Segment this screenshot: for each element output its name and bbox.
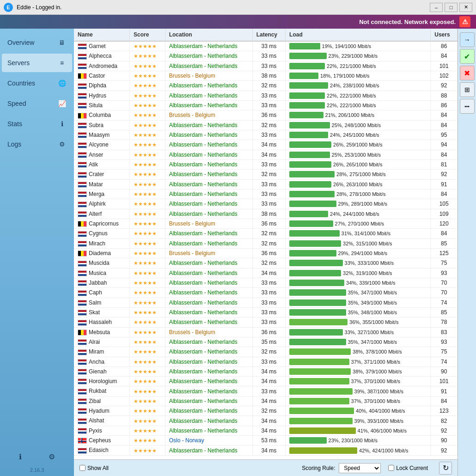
table-row[interactable]: Alrai★★★★★Alblasserdam - Netherlands35 m… (74, 337, 458, 347)
server-name: Castor (89, 73, 105, 79)
table-row[interactable]: Zibal★★★★★Alblasserdam - Netherlands34 m… (74, 396, 458, 406)
table-row[interactable]: Caph★★★★★Alblasserdam - Netherlands33 ms… (74, 288, 458, 298)
server-name: Diphda (89, 82, 106, 89)
table-row[interactable]: Rukbat★★★★★Alblasserdam - Netherlands33 … (74, 386, 458, 396)
close-button[interactable]: ✕ (459, 3, 472, 12)
table-row[interactable]: Maasym★★★★★Alblasserdam - Netherlands33 … (74, 130, 458, 140)
col-header-name[interactable]: Name (74, 29, 129, 41)
table-row[interactable]: Ancha★★★★★Alblasserdam - Netherlands33 m… (74, 357, 458, 366)
sidebar-item-logs[interactable]: Logs ⚙ (2, 135, 72, 153)
sidebar-label-servers: Servers (7, 59, 30, 67)
col-header-location[interactable]: Location (165, 29, 252, 41)
table-row[interactable]: Situla★★★★★Alblasserdam - Netherlands33 … (74, 100, 458, 110)
table-row[interactable]: Pyxis★★★★★Alblasserdam - Netherlands34 m… (74, 426, 458, 435)
users-cell: 92 (431, 445, 458, 455)
table-row[interactable]: Castor★★★★★Brussels - Belgium38 ms 18%, … (74, 71, 458, 80)
load-cell: 27%, 270/1000 Mbit/s (286, 219, 431, 228)
window-button[interactable]: ⊞ (460, 82, 475, 97)
app-title: Eddie - Logged in. (17, 4, 430, 11)
table-row[interactable]: Hyadum★★★★★Alblasserdam - Netherlands32 … (74, 406, 458, 416)
server-name: Garnet (89, 43, 106, 49)
score-cell: ★★★★★ (129, 71, 165, 80)
table-row[interactable]: Alcyone★★★★★Alblasserdam - Netherlands34… (74, 140, 458, 150)
settings-bottom-icon[interactable]: ⚙ (49, 452, 55, 461)
sidebar-item-speed[interactable]: Speed 📈 (2, 94, 72, 113)
table-row[interactable]: Miram★★★★★Alblasserdam - Netherlands32 m… (74, 347, 458, 357)
table-scroll[interactable]: Name Score Location Latency Load Users G… (74, 29, 458, 459)
refresh-button[interactable]: ↻ (439, 462, 452, 475)
latency-cell: 36 ms (252, 219, 285, 228)
star-rating: ★★★★★ (134, 132, 157, 138)
score-cell: ★★★★★ (129, 436, 165, 445)
col-header-load[interactable]: Load (286, 29, 431, 41)
flag-icon (78, 418, 87, 424)
table-row[interactable]: Alterf★★★★★Alblasserdam - Netherlands38 … (74, 209, 458, 219)
sidebar-label-logs: Logs (7, 140, 21, 148)
table-row[interactable]: Atik★★★★★Alblasserdam - Netherlands33 ms… (74, 159, 458, 169)
table-row[interactable]: Alshat★★★★★Alblasserdam - Netherlands34 … (74, 416, 458, 426)
score-cell: ★★★★★ (129, 100, 165, 110)
table-row[interactable]: Cygnus★★★★★Alblasserdam - Netherlands32 … (74, 229, 458, 238)
lock-current-checkbox[interactable] (388, 465, 394, 471)
col-header-score[interactable]: Score (129, 29, 165, 41)
table-row[interactable]: Skat★★★★★Alblasserdam - Netherlands33 ms… (74, 307, 458, 317)
table-row[interactable]: Crater★★★★★Alblasserdam - Netherlands32 … (74, 170, 458, 179)
table-row[interactable]: Matar★★★★★Alblasserdam - Netherlands33 m… (74, 179, 458, 189)
show-all-checkbox[interactable] (79, 465, 85, 471)
flag-icon (78, 113, 87, 119)
table-row[interactable]: Hassaleh★★★★★Alblasserdam - Netherlands3… (74, 317, 458, 327)
table-row[interactable]: Edasich★★★★★Alblasserdam - Netherlands34… (74, 445, 458, 455)
confirm-button[interactable]: ✔ (460, 49, 475, 64)
load-cell: 35%, 347/1000 Mbit/s (286, 337, 431, 347)
table-row[interactable]: Mirach★★★★★Alblasserdam - Netherlands32 … (74, 238, 458, 248)
load-bar (289, 299, 346, 306)
col-header-users[interactable]: Users (431, 29, 458, 41)
flag-icon (78, 132, 87, 138)
lock-current-label[interactable]: Lock Current (388, 465, 428, 471)
scoring-rule-select[interactable]: Speed Latency Load Users (339, 463, 381, 473)
load-bar-wrap: 24%, 244/1000 Mbit/s (289, 211, 427, 217)
load-bar (289, 122, 330, 128)
sidebar-item-overview[interactable]: Overview 🖥 (2, 33, 72, 52)
restore-button[interactable]: □ (445, 3, 458, 12)
table-row[interactable]: Horologium★★★★★Alblasserdam - Netherland… (74, 377, 458, 386)
table-row[interactable]: Garnet★★★★★Alblasserdam - Netherlands33 … (74, 41, 458, 51)
load-text: 39%, 393/1000 Mbit/s (354, 418, 403, 424)
table-row[interactable]: Gienah★★★★★Alblasserdam - Netherlands34 … (74, 366, 458, 376)
table-row[interactable]: Columba★★★★★Brussels - Belgium36 ms 21%,… (74, 110, 458, 120)
table-row[interactable]: Anser★★★★★Alblasserdam - Netherlands34 m… (74, 150, 458, 159)
minimize-button[interactable]: – (430, 3, 443, 12)
table-row[interactable]: Andromeda★★★★★Alblasserdam - Netherlands… (74, 61, 458, 71)
table-row[interactable]: Hydrus★★★★★Alblasserdam - Netherlands33 … (74, 91, 458, 100)
table-row[interactable]: Subra★★★★★Alblasserdam - Netherlands32 m… (74, 120, 458, 130)
table-row[interactable]: Diadema★★★★★Brussels - Belgium36 ms 29%,… (74, 248, 458, 258)
users-cell: 102 (431, 71, 458, 80)
sidebar-item-countries[interactable]: Countries 🌐 (2, 74, 72, 92)
connect-button[interactable]: → (460, 32, 475, 47)
more-button[interactable]: ••• (460, 99, 475, 114)
server-name-cell: Crater (74, 170, 129, 179)
users-cell: 92 (431, 170, 458, 179)
table-row[interactable]: Salm★★★★★Alblasserdam - Netherlands33 ms… (74, 298, 458, 307)
table-row[interactable]: Cepheus★★★★★Oslo - Norway53 ms 23%, 230/… (74, 436, 458, 445)
location-cell: Oslo - Norway (165, 436, 252, 445)
main-layout: Overview 🖥 Servers ≡ Countries 🌐 Speed 📈… (0, 29, 476, 476)
table-row[interactable]: Jabbah★★★★★Alblasserdam - Netherlands33 … (74, 278, 458, 287)
table-row[interactable]: Mebsuta★★★★★Brussels - Belgium36 ms 33%,… (74, 327, 458, 337)
location-cell: Alblasserdam - Netherlands (165, 258, 252, 268)
table-row[interactable]: Alphirk★★★★★Alblasserdam - Netherlands33… (74, 199, 458, 209)
cancel-button[interactable]: ✖ (460, 66, 475, 80)
table-row[interactable]: Diphda★★★★★Alblasserdam - Netherlands32 … (74, 81, 458, 91)
users-cell: 91 (431, 179, 458, 189)
table-row[interactable]: Musica★★★★★Alblasserdam - Netherlands34 … (74, 268, 458, 278)
show-all-checkbox-label[interactable]: Show All (79, 465, 109, 471)
table-row[interactable]: Muscida★★★★★Alblasserdam - Netherlands32… (74, 258, 458, 268)
table-row[interactable]: Alphecca★★★★★Alblasserdam - Netherlands3… (74, 51, 458, 61)
sidebar-item-stats[interactable]: Stats ℹ (2, 115, 72, 133)
sidebar-item-servers[interactable]: Servers ≡ (2, 54, 72, 72)
table-row[interactable]: Capricornus★★★★★Brussels - Belgium36 ms … (74, 219, 458, 228)
load-text: 22%, 222/1000 Mbit/s (327, 103, 376, 108)
col-header-latency[interactable]: Latency (252, 29, 285, 41)
users-cell: 86 (431, 41, 458, 51)
table-row[interactable]: Merga★★★★★Alblasserdam - Netherlands33 m… (74, 189, 458, 199)
